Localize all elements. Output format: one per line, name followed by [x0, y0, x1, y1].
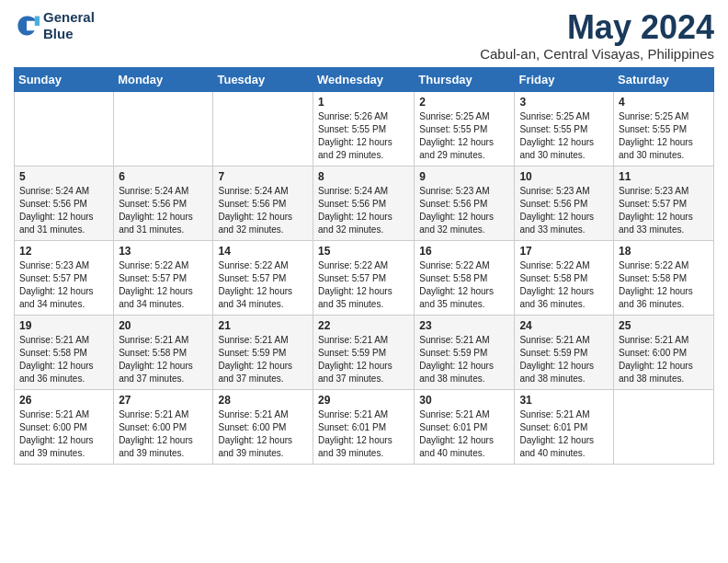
calendar-header-row: Sunday Monday Tuesday Wednesday Thursday… [15, 67, 714, 91]
calendar-week-2: 5 Sunrise: 5:24 AM Sunset: 5:56 PM Dayli… [15, 166, 714, 240]
day-info: Sunrise: 5:23 AM Sunset: 5:57 PM Dayligh… [619, 185, 709, 236]
daylight: Daylight: 12 hours and 29 minutes. [318, 137, 392, 160]
daylight: Daylight: 12 hours and 29 minutes. [419, 137, 494, 160]
logo-text: General Blue [43, 9, 95, 42]
calendar-cell: 27 Sunrise: 5:21 AM Sunset: 6:00 PM Dayl… [114, 389, 213, 464]
day-info: Sunrise: 5:21 AM Sunset: 6:00 PM Dayligh… [19, 408, 108, 460]
sunset: Sunset: 6:00 PM [119, 422, 187, 432]
day-number: 3 [519, 96, 609, 109]
day-number: 18 [619, 245, 709, 258]
sunset: Sunset: 5:58 PM [619, 273, 687, 283]
day-info: Sunrise: 5:26 AM Sunset: 5:55 PM Dayligh… [318, 110, 409, 162]
sunset: Sunset: 5:57 PM [19, 273, 87, 283]
day-number: 19 [19, 319, 108, 332]
page-header: General Blue May 2024 Cabul-an, Central … [14, 9, 714, 62]
sunset: Sunset: 5:55 PM [619, 124, 687, 134]
sunrise: Sunrise: 5:21 AM [519, 409, 589, 419]
calendar-cell: 12 Sunrise: 5:23 AM Sunset: 5:57 PM Dayl… [15, 240, 114, 315]
daylight: Daylight: 12 hours and 33 minutes. [519, 212, 594, 235]
day-number: 21 [218, 319, 308, 332]
daylight: Daylight: 12 hours and 36 minutes. [619, 286, 693, 309]
day-number: 27 [119, 394, 208, 407]
sunset: Sunset: 5:56 PM [19, 199, 87, 209]
sunrise: Sunrise: 5:23 AM [419, 186, 489, 196]
calendar-cell: 20 Sunrise: 5:21 AM Sunset: 5:58 PM Dayl… [114, 315, 213, 389]
day-info: Sunrise: 5:21 AM Sunset: 5:59 PM Dayligh… [419, 334, 509, 385]
sunset: Sunset: 5:56 PM [318, 199, 386, 209]
sunrise: Sunrise: 5:21 AM [119, 409, 188, 419]
sunrise: Sunrise: 5:21 AM [19, 335, 89, 345]
daylight: Daylight: 12 hours and 35 minutes. [419, 286, 494, 309]
day-info: Sunrise: 5:21 AM Sunset: 5:59 PM Dayligh… [519, 334, 609, 385]
header-tuesday: Tuesday [213, 67, 313, 91]
calendar-cell: 25 Sunrise: 5:21 AM Sunset: 6:00 PM Dayl… [614, 315, 714, 389]
daylight: Daylight: 12 hours and 37 minutes. [218, 361, 292, 384]
logo: General Blue [14, 9, 95, 42]
sunset: Sunset: 5:58 PM [19, 348, 87, 358]
day-info: Sunrise: 5:23 AM Sunset: 5:57 PM Dayligh… [19, 259, 108, 311]
calendar-cell: 28 Sunrise: 5:21 AM Sunset: 6:00 PM Dayl… [213, 389, 313, 464]
sunrise: Sunrise: 5:21 AM [318, 335, 388, 345]
sunrise: Sunrise: 5:23 AM [19, 260, 89, 270]
calendar-cell: 30 Sunrise: 5:21 AM Sunset: 6:01 PM Dayl… [415, 389, 515, 464]
sunrise: Sunrise: 5:22 AM [519, 260, 589, 270]
sunset: Sunset: 5:56 PM [119, 199, 187, 209]
day-number: 14 [218, 245, 308, 258]
day-number: 6 [119, 170, 208, 183]
day-number: 1 [318, 96, 409, 109]
sunrise: Sunrise: 5:24 AM [119, 186, 188, 196]
calendar-table: Sunday Monday Tuesday Wednesday Thursday… [14, 67, 714, 465]
sunrise: Sunrise: 5:26 AM [318, 111, 388, 121]
calendar-cell: 29 Sunrise: 5:21 AM Sunset: 6:01 PM Dayl… [313, 389, 415, 464]
daylight: Daylight: 12 hours and 31 minutes. [19, 212, 94, 235]
sunset: Sunset: 6:00 PM [619, 348, 687, 358]
day-number: 23 [419, 319, 509, 332]
calendar-cell: 3 Sunrise: 5:25 AM Sunset: 5:55 PM Dayli… [515, 91, 614, 166]
calendar-cell: 18 Sunrise: 5:22 AM Sunset: 5:58 PM Dayl… [614, 240, 714, 315]
sunset: Sunset: 5:59 PM [318, 348, 386, 358]
day-info: Sunrise: 5:24 AM Sunset: 5:56 PM Dayligh… [19, 185, 108, 236]
header-monday: Monday [114, 67, 213, 91]
day-info: Sunrise: 5:21 AM Sunset: 5:58 PM Dayligh… [119, 334, 208, 385]
daylight: Daylight: 12 hours and 38 minutes. [519, 361, 594, 384]
calendar-cell [15, 91, 114, 166]
daylight: Daylight: 12 hours and 39 minutes. [119, 435, 193, 458]
day-info: Sunrise: 5:21 AM Sunset: 6:01 PM Dayligh… [519, 408, 609, 460]
day-number: 25 [619, 319, 709, 332]
calendar-cell [114, 91, 213, 166]
day-info: Sunrise: 5:25 AM Sunset: 5:55 PM Dayligh… [519, 110, 609, 162]
day-info: Sunrise: 5:22 AM Sunset: 5:58 PM Dayligh… [419, 259, 509, 311]
sunset: Sunset: 5:57 PM [218, 273, 286, 283]
day-number: 15 [318, 245, 409, 258]
sunrise: Sunrise: 5:24 AM [318, 186, 388, 196]
sunrise: Sunrise: 5:22 AM [318, 260, 388, 270]
day-info: Sunrise: 5:21 AM Sunset: 5:59 PM Dayligh… [318, 334, 409, 385]
header-saturday: Saturday [614, 67, 714, 91]
day-number: 20 [119, 319, 208, 332]
sunset: Sunset: 5:56 PM [218, 199, 286, 209]
calendar-cell: 13 Sunrise: 5:22 AM Sunset: 5:57 PM Dayl… [114, 240, 213, 315]
daylight: Daylight: 12 hours and 39 minutes. [218, 435, 292, 458]
day-info: Sunrise: 5:24 AM Sunset: 5:56 PM Dayligh… [318, 185, 409, 236]
day-info: Sunrise: 5:21 AM Sunset: 5:58 PM Dayligh… [19, 334, 108, 385]
sunset: Sunset: 5:59 PM [218, 348, 286, 358]
daylight: Daylight: 12 hours and 40 minutes. [419, 435, 494, 458]
day-number: 9 [419, 170, 509, 183]
daylight: Daylight: 12 hours and 34 minutes. [119, 286, 193, 309]
day-info: Sunrise: 5:22 AM Sunset: 5:58 PM Dayligh… [619, 259, 709, 311]
day-info: Sunrise: 5:21 AM Sunset: 6:00 PM Dayligh… [218, 408, 308, 460]
day-info: Sunrise: 5:21 AM Sunset: 6:01 PM Dayligh… [419, 408, 509, 460]
daylight: Daylight: 12 hours and 36 minutes. [519, 286, 594, 309]
day-number: 28 [218, 394, 308, 407]
sunset: Sunset: 5:59 PM [419, 348, 487, 358]
sunset: Sunset: 6:01 PM [519, 422, 587, 432]
day-info: Sunrise: 5:23 AM Sunset: 5:56 PM Dayligh… [419, 185, 509, 236]
daylight: Daylight: 12 hours and 35 minutes. [318, 286, 392, 309]
calendar-cell: 24 Sunrise: 5:21 AM Sunset: 5:59 PM Dayl… [515, 315, 614, 389]
calendar-cell: 2 Sunrise: 5:25 AM Sunset: 5:55 PM Dayli… [415, 91, 515, 166]
sunset: Sunset: 5:58 PM [519, 273, 587, 283]
calendar-week-4: 19 Sunrise: 5:21 AM Sunset: 5:58 PM Dayl… [15, 315, 714, 389]
day-number: 12 [19, 245, 108, 258]
sunset: Sunset: 5:58 PM [419, 273, 487, 283]
day-number: 16 [419, 245, 509, 258]
